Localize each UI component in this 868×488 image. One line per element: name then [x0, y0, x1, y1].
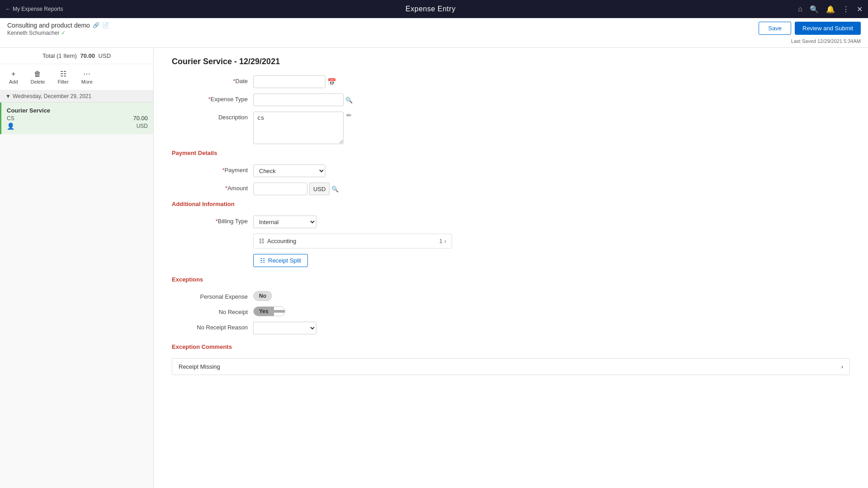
- receipt-missing-row[interactable]: Receipt Missing ›: [172, 358, 850, 375]
- main-layout: Total (1 Item) 70.00 USD + Add 🗑 Delete …: [0, 48, 868, 488]
- billing-type-label: *Billing Type: [172, 216, 253, 225]
- total-currency: USD: [99, 52, 111, 59]
- date-row: *Date 12/29/2021 📅: [172, 75, 850, 88]
- verified-icon: ✓: [61, 30, 66, 36]
- top-nav: ← My Expense Reports Expense Entry ⌂ 🔍 🔔…: [0, 0, 868, 18]
- no-receipt-row: No Receipt Yes: [172, 306, 850, 316]
- page-title: Expense Entry: [406, 5, 456, 13]
- expense-item-desc: CS: [7, 115, 14, 122]
- exception-comments-title: Exception Comments: [172, 343, 850, 352]
- save-button[interactable]: Save: [759, 22, 791, 35]
- billing-type-select[interactable]: Internal External Billable: [253, 216, 316, 228]
- date-input[interactable]: 12/29/2021: [253, 75, 326, 88]
- report-title-text: Consulting and product demo: [7, 22, 90, 29]
- no-receipt-label: No Receipt: [172, 306, 253, 315]
- plus-icon: +: [11, 70, 15, 78]
- currency-label: USD: [309, 183, 330, 195]
- personal-expense-label: Personal Expense: [172, 291, 253, 300]
- expense-item-icon: 👤: [7, 122, 14, 130]
- amount-input[interactable]: 70.00: [253, 183, 307, 195]
- date-group-header: ▼ Wednesday, December 29, 2021: [0, 90, 153, 103]
- currency-search-icon[interactable]: 🔍: [331, 186, 339, 192]
- accounting-chevron-icon: ›: [444, 238, 446, 244]
- review-submit-button[interactable]: Review and Submit: [795, 22, 861, 35]
- main-content: Courier Service - 12/29/2021 *Date 12/29…: [154, 48, 868, 488]
- last-saved-date: 12/29/2021 5:34AM: [817, 38, 861, 44]
- close-icon[interactable]: ✕: [857, 5, 863, 14]
- back-button[interactable]: ← My Expense Reports: [5, 6, 63, 12]
- personal-expense-no-option[interactable]: No: [254, 291, 272, 300]
- filter-icon: ☷: [60, 70, 66, 78]
- filter-button[interactable]: ☷ Filter: [52, 67, 74, 87]
- additional-info-title: Additional Information: [172, 201, 850, 209]
- personal-expense-toggle[interactable]: No: [253, 291, 272, 301]
- description-row: Description cs ✏: [172, 112, 850, 144]
- header-bar: Consulting and product demo 🔗 📄 Kenneth …: [0, 18, 868, 48]
- form-title: Courier Service - 12/29/2021: [172, 57, 850, 66]
- expense-list-item[interactable]: Courier Service CS 70.00 👤 USD: [0, 103, 153, 134]
- total-label: Total (1 Item): [42, 52, 77, 59]
- no-receipt-reason-select[interactable]: [253, 322, 316, 334]
- expense-type-input[interactable]: Courier Service: [253, 94, 344, 106]
- expense-type-row: *Expense Type Courier Service 🔍: [172, 94, 850, 106]
- receipt-split-label: Receipt Split: [268, 257, 301, 264]
- billing-type-row: *Billing Type Internal External Billable: [172, 216, 850, 228]
- description-edit-icon[interactable]: ✏: [346, 112, 352, 119]
- receipt-split-icon: ☷: [260, 257, 265, 264]
- add-label: Add: [9, 79, 18, 84]
- sidebar-toolbar: + Add 🗑 Delete ☷ Filter ⋯ More: [0, 64, 153, 90]
- more-label: More: [81, 79, 93, 84]
- description-label: Description: [172, 112, 253, 121]
- ellipsis-icon: ⋯: [83, 70, 90, 78]
- bell-icon[interactable]: 🔔: [826, 5, 835, 14]
- search-icon[interactable]: 🔍: [810, 5, 819, 14]
- add-button[interactable]: + Add: [4, 67, 24, 87]
- no-receipt-toggle[interactable]: Yes: [253, 306, 285, 316]
- filter-label: Filter: [57, 79, 68, 84]
- home-icon[interactable]: ⌂: [798, 5, 802, 13]
- employee-name-text: Kenneth Schumacher: [7, 30, 59, 36]
- expense-item-currency: USD: [137, 123, 148, 129]
- more-vert-icon[interactable]: ⋮: [842, 5, 849, 14]
- payment-label: *Payment: [172, 164, 253, 174]
- back-label: My Expense Reports: [13, 6, 63, 12]
- expense-type-label: *Expense Type: [172, 94, 253, 103]
- personal-expense-row: Personal Expense No: [172, 291, 850, 301]
- last-saved-label: Last Saved: [791, 38, 816, 44]
- description-textarea[interactable]: cs: [253, 112, 344, 144]
- payment-select[interactable]: Check Cash Corporate Card Personal Card: [253, 164, 326, 177]
- expense-type-search-icon[interactable]: 🔍: [345, 97, 353, 103]
- expense-item-name: Courier Service: [7, 107, 148, 114]
- amount-label: *Amount: [172, 183, 253, 192]
- total-amount: 70.00: [80, 52, 95, 59]
- accounting-spacer: [172, 234, 253, 236]
- no-receipt-reason-label: No Receipt Reason: [172, 322, 253, 331]
- delete-label: Delete: [31, 79, 45, 84]
- accounting-row[interactable]: ☷ Accounting 1 ›: [253, 234, 452, 249]
- sidebar-total: Total (1 Item) 70.00 USD: [0, 48, 153, 64]
- back-arrow-icon: ←: [5, 6, 11, 12]
- accounting-row-container: ☷ Accounting 1 ›: [172, 234, 850, 249]
- calendar-icon[interactable]: 📅: [327, 78, 336, 86]
- receipt-missing-chevron-icon: ›: [841, 363, 843, 370]
- date-group-text: Wednesday, December 29, 2021: [13, 93, 91, 99]
- no-receipt-side: [274, 310, 285, 313]
- delete-button[interactable]: 🗑 Delete: [25, 67, 51, 87]
- open-external-icon[interactable]: 📄: [102, 22, 109, 28]
- accounting-grid-icon: ☷: [259, 238, 264, 244]
- expense-item-amount: 70.00: [133, 115, 148, 122]
- receipt-split-button[interactable]: ☷ Receipt Split: [253, 254, 308, 267]
- more-button[interactable]: ⋯ More: [76, 67, 98, 87]
- collapse-icon: ▼: [5, 93, 11, 99]
- trash-icon: 🗑: [34, 70, 41, 78]
- no-receipt-yes-option[interactable]: Yes: [254, 307, 274, 316]
- exceptions-title: Exceptions: [172, 276, 850, 285]
- payment-details-title: Payment Details: [172, 150, 850, 158]
- edit-link-icon[interactable]: 🔗: [93, 22, 99, 28]
- accounting-count: 1: [439, 238, 442, 244]
- payment-row: *Payment Check Cash Corporate Card Perso…: [172, 164, 850, 177]
- no-receipt-reason-row: No Receipt Reason: [172, 322, 850, 334]
- date-label: *Date: [172, 75, 253, 84]
- report-title-row: Consulting and product demo 🔗 📄: [7, 22, 109, 29]
- accounting-label: Accounting: [267, 238, 296, 244]
